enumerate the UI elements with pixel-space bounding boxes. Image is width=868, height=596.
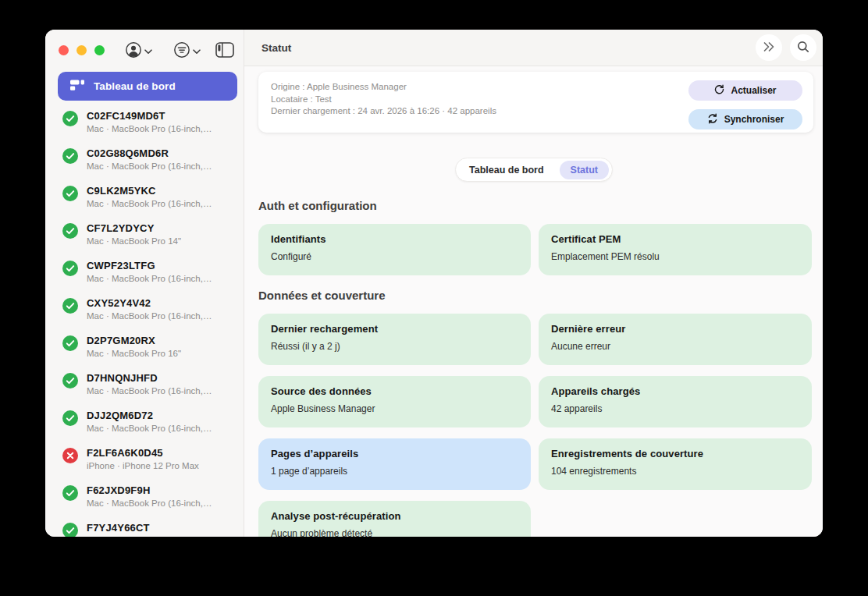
card-certificat-pem: Certificat PEM Emplacement PEM résolu bbox=[539, 224, 812, 275]
screen: Tableau de bord C02FC149MD6T Mac · MacBo… bbox=[0, 0, 868, 596]
device-serial: C9LK2M5YKC bbox=[87, 185, 212, 197]
device-model: Mac · MacBook Pro 16" bbox=[87, 348, 181, 360]
toggle-sidebar-button[interactable] bbox=[215, 42, 234, 60]
status-ok-icon bbox=[62, 523, 78, 537]
device-serial: CXY52Y4V42 bbox=[87, 297, 212, 310]
tab-status[interactable]: Statut bbox=[560, 161, 609, 179]
device-serial: DJJ2QM6D72 bbox=[87, 410, 212, 422]
title-bar: Statut bbox=[244, 30, 823, 66]
card-derniere-erreur: Dernière erreur Aucune erreur bbox=[539, 314, 812, 365]
card-title: Pages d’appareils bbox=[271, 448, 518, 459]
status-ok-icon bbox=[62, 261, 78, 276]
filter-menu-button[interactable] bbox=[173, 41, 201, 61]
card-value: Réussi (il y a 2 j) bbox=[271, 341, 518, 352]
page-title: Statut bbox=[261, 42, 291, 54]
status-ok-icon bbox=[62, 410, 78, 426]
device-model: Mac · MacBook Pro (16-inch,… bbox=[87, 423, 212, 435]
list-item[interactable]: C02G88Q6MD6R Mac · MacBook Pro (16-inch,… bbox=[45, 142, 244, 179]
device-model: Mac · MacBook Pro (16-inch,… bbox=[87, 498, 212, 509]
device-serial: CF7L2YDYCY bbox=[87, 222, 181, 235]
card-title: Analyse post-récupération bbox=[271, 510, 518, 522]
account-menu-button[interactable] bbox=[125, 41, 152, 61]
card-enregistrements-couverture: Enregistrements de couverture 104 enregi… bbox=[539, 438, 812, 490]
list-item[interactable]: DJJ2QM6D72 Mac · MacBook Pro (16-inch,… bbox=[45, 404, 244, 442]
device-serial: F2LF6A6K0D45 bbox=[87, 447, 199, 459]
device-serial: F7YJ4Y66CT bbox=[87, 522, 150, 534]
tab-dashboard[interactable]: Tableau de bord bbox=[469, 165, 544, 176]
card-pages-appareils: Pages d’appareils 1 page d’appareils bbox=[258, 438, 531, 490]
section-heading-auth: Auth et configuration bbox=[258, 199, 377, 212]
card-identifiants: Identifiants Configuré bbox=[258, 224, 531, 275]
list-item[interactable]: CWPF23LTFG Mac · MacBook Pro (16-inch,… bbox=[45, 254, 244, 292]
list-item[interactable]: C9LK2M5YKC Mac · MacBook Pro (16-inch,… bbox=[45, 179, 244, 217]
card-title: Enregistrements de couverture bbox=[551, 448, 799, 459]
device-serial: CWPF23LTFG bbox=[87, 260, 212, 272]
card-value: Emplacement PEM résolu bbox=[551, 251, 799, 262]
card-title: Dernier rechargement bbox=[271, 323, 518, 335]
device-serial: D2P7GM20RX bbox=[87, 335, 181, 347]
device-model: Mac · MacBook Pro (16-inch,… bbox=[87, 310, 212, 322]
list-item[interactable]: F7YJ4Y66CT bbox=[45, 516, 244, 537]
device-serial: F62JXD9F9H bbox=[87, 484, 212, 497]
device-model: Mac · MacBook Pro (16-inch,… bbox=[87, 273, 212, 285]
status-ok-icon bbox=[62, 485, 78, 501]
device-model: Mac · MacBook Pro (16-inch,… bbox=[87, 385, 212, 397]
origin-line: Origine : Apple Business Manager bbox=[271, 81, 496, 94]
list-item[interactable]: C02FC149MD6T Mac · MacBook Pro (16-inch,… bbox=[45, 105, 244, 142]
tenant-line: Locataire : Test bbox=[271, 94, 496, 106]
card-title: Identifiants bbox=[271, 233, 518, 245]
filter-circle-icon bbox=[173, 41, 190, 61]
list-item[interactable]: F2LF6A6K0D45 iPhone · iPhone 12 Pro Max bbox=[45, 442, 244, 479]
card-title: Appareils chargés bbox=[551, 385, 799, 397]
double-chevron-right-icon bbox=[763, 41, 775, 55]
status-ok-icon bbox=[62, 335, 78, 351]
list-item[interactable]: F62JXD9F9H Mac · MacBook Pro (16-inch,… bbox=[45, 479, 244, 516]
sidebar-item-dashboard[interactable]: Tableau de bord bbox=[58, 72, 237, 101]
sidebar-toggle-icon bbox=[215, 42, 234, 60]
refresh-label: Actualiser bbox=[731, 85, 776, 96]
list-item[interactable]: D7HNQNJHFD Mac · MacBook Pro (16-inch,… bbox=[45, 367, 244, 404]
card-value: Apple Business Manager bbox=[271, 403, 518, 414]
card-appareils-charges: Appareils chargés 42 appareils bbox=[539, 376, 812, 427]
card-value: Aucune erreur bbox=[551, 341, 799, 352]
refresh-button[interactable]: Actualiser bbox=[688, 80, 802, 101]
card-value: 1 page d’appareils bbox=[271, 466, 518, 477]
device-serial: C02FC149MD6T bbox=[87, 110, 212, 122]
card-dernier-rechargement: Dernier rechargement Réussi (il y a 2 j) bbox=[258, 314, 531, 365]
sidebar-toolbar bbox=[45, 30, 244, 70]
expand-panel-button[interactable] bbox=[756, 34, 782, 61]
content-area: Origine : Apple Business Manager Locatai… bbox=[244, 66, 823, 537]
synchronize-button[interactable]: Synchroniser bbox=[688, 109, 802, 129]
status-error-icon bbox=[62, 448, 78, 463]
person-circle-icon bbox=[125, 41, 142, 61]
card-source-donnees: Source des données Apple Business Manage… bbox=[258, 376, 531, 427]
sync-label: Synchroniser bbox=[724, 114, 784, 125]
status-ok-icon bbox=[62, 223, 78, 239]
card-value: 42 appareils bbox=[551, 403, 799, 414]
list-item[interactable]: CF7L2YDYCY Mac · MacBook Pro 14" bbox=[45, 217, 244, 254]
device-model: iPhone · iPhone 12 Pro Max bbox=[87, 460, 199, 472]
search-icon bbox=[797, 41, 809, 55]
device-serial: C02G88Q6MD6R bbox=[87, 147, 212, 160]
chevron-down-icon bbox=[144, 45, 152, 57]
app-window: Tableau de bord C02FC149MD6T Mac · MacBo… bbox=[45, 30, 823, 537]
minimize-window-button[interactable] bbox=[76, 45, 87, 55]
device-model: Mac · MacBook Pro 14" bbox=[87, 236, 181, 247]
card-analyse-post-recuperation: Analyse post-récupération Aucun problème… bbox=[258, 501, 531, 537]
list-item[interactable]: D2P7GM20RX Mac · MacBook Pro 16" bbox=[45, 329, 244, 367]
sync-info-card: Origine : Apple Business Manager Locatai… bbox=[258, 72, 813, 133]
device-model: Mac · MacBook Pro (16-inch,… bbox=[87, 161, 212, 172]
search-button[interactable] bbox=[790, 34, 816, 61]
status-ok-icon bbox=[62, 298, 78, 314]
card-title: Certificat PEM bbox=[551, 233, 799, 245]
last-load-line: Dernier chargement : 24 avr. 2026 à 16:2… bbox=[271, 105, 496, 118]
status-ok-icon bbox=[62, 111, 78, 126]
view-switcher: Tableau de bord Statut bbox=[455, 158, 613, 182]
close-window-button[interactable] bbox=[59, 45, 69, 55]
list-item[interactable]: CXY52Y4V42 Mac · MacBook Pro (16-inch,… bbox=[45, 292, 244, 329]
sidebar-item-label: Tableau de bord bbox=[94, 80, 176, 92]
card-title: Source des données bbox=[271, 385, 518, 397]
zoom-window-button[interactable] bbox=[94, 45, 105, 55]
device-list: C02FC149MD6T Mac · MacBook Pro (16-inch,… bbox=[45, 105, 244, 537]
refresh-icon bbox=[714, 84, 724, 97]
